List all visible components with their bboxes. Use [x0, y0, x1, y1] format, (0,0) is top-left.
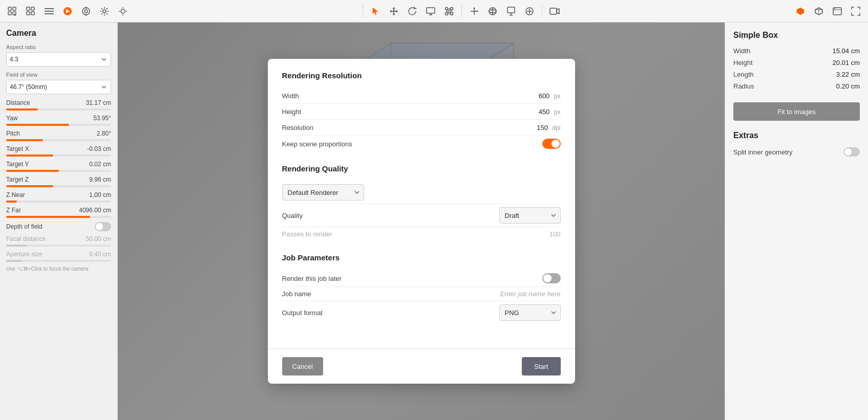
top-toolbar [0, 0, 868, 23]
z-far-slider[interactable] [6, 216, 111, 218]
svg-rect-0 [8, 7, 11, 10]
pitch-slider[interactable] [6, 139, 111, 141]
grid-icon[interactable] [23, 3, 39, 19]
height-label: Height [282, 108, 302, 116]
svg-point-20 [121, 9, 125, 13]
distance-value: 31.17 cm [86, 99, 111, 106]
logo-icon[interactable] [59, 3, 76, 19]
z-far-label: Z Far [6, 207, 21, 214]
quality-row: Quality Draft Low Medium High [282, 204, 561, 227]
split-inner-toggle[interactable] [843, 147, 860, 157]
quality-select[interactable]: Draft Low Medium High [499, 207, 561, 224]
radius-prop-value: 0.20 cm [836, 82, 860, 90]
yaw-label: Yaw [6, 115, 17, 122]
target-z-slider[interactable] [6, 185, 111, 187]
length-prop-value: 3.22 cm [836, 71, 860, 78]
svg-rect-9 [31, 12, 34, 15]
cube-outline-icon[interactable] [811, 3, 827, 19]
fov-select[interactable]: 46.7° (50mm) [6, 80, 111, 94]
render-later-row: Render this job later [282, 270, 561, 287]
settings-icon[interactable] [96, 3, 113, 19]
extras-title: Extras [733, 131, 860, 140]
passes-value: 100 [549, 230, 561, 238]
height-prop-row: Height 20.01 cm [733, 59, 860, 67]
focal-distance-value: 50.00 cm [86, 235, 111, 242]
aspect-ratio-select[interactable]: 4:3 [6, 52, 111, 67]
rotate-tool[interactable] [404, 3, 420, 19]
yaw-slider[interactable] [6, 124, 111, 126]
right-panel: Simple Box Width 15.04 cm Height 20.01 c… [725, 23, 868, 420]
distance-label: Distance [6, 99, 30, 106]
job-section: Job Parameters Render this job later Job… [282, 253, 561, 324]
add-grid-icon[interactable] [4, 3, 20, 19]
start-button[interactable]: Start [522, 357, 560, 375]
expand-icon[interactable] [848, 3, 864, 19]
svg-point-30 [446, 12, 448, 15]
screen-tool[interactable] [422, 3, 439, 19]
aperture-label: Aperture size [6, 251, 43, 258]
render-later-label: Render this job later [282, 275, 342, 282]
render-later-toggle[interactable] [542, 273, 561, 283]
resolution-section: Rendering Resolution Width 600 px Height [282, 71, 561, 152]
cancel-button[interactable]: Cancel [282, 357, 323, 375]
width-prop-label: Width [733, 47, 750, 55]
fit-images-button[interactable]: Fit to images [733, 102, 860, 121]
width-value: 600 px [539, 91, 561, 100]
movie-tool[interactable] [546, 3, 563, 19]
z-near-slider[interactable] [6, 201, 111, 203]
cursor-tool[interactable] [367, 3, 384, 19]
renderer-select[interactable]: Default Renderer High Quality Fast Previ… [282, 184, 364, 201]
left-panel: Camera Aspect ratio 4:3 Field of view 46… [0, 23, 118, 420]
job-title: Job Parameters [282, 253, 561, 262]
svg-point-58 [834, 8, 835, 9]
quality-title: Rendering Quality [282, 164, 561, 173]
resolution-row: Resolution 150 dpi [282, 120, 561, 136]
modal-footer: Cancel Start [268, 348, 575, 384]
target-y-slider[interactable] [6, 170, 111, 172]
resolution-value-display: 150 dpi [537, 123, 560, 132]
svg-marker-39 [473, 7, 475, 9]
orbit-tool[interactable] [484, 3, 501, 19]
sun-icon[interactable] [115, 3, 131, 19]
keep-proportions-label: Keep scene proportions [282, 140, 352, 148]
nodes-tool[interactable] [441, 3, 457, 19]
target-icon[interactable] [78, 3, 94, 19]
svg-marker-51 [557, 9, 559, 14]
svg-point-46 [510, 15, 513, 16]
pitch-label: Pitch [6, 130, 20, 137]
move-tool[interactable] [386, 3, 402, 19]
target-y-value: 0.02 cm [89, 161, 111, 168]
menu-icon[interactable] [41, 3, 57, 19]
svg-rect-7 [31, 7, 34, 10]
distance-slider[interactable] [6, 108, 111, 110]
output-format-select[interactable]: PNG JPEG EXR TIFF [499, 304, 561, 321]
fov-label: Field of view [6, 72, 111, 78]
circle-cross-tool[interactable] [521, 3, 538, 19]
split-inner-row: Split inner geometry [733, 147, 860, 157]
aperture-slider [6, 260, 111, 262]
height-prop-label: Height [733, 59, 753, 67]
target-x-value: -0.03 cm [87, 145, 111, 152]
center-tools [133, 3, 790, 19]
aperture-value: 0.40 cm [89, 251, 111, 258]
target-x-slider[interactable] [6, 154, 111, 157]
width-label: Width [282, 92, 299, 100]
svg-point-32 [448, 10, 451, 12]
width-row: Width 600 px [282, 88, 561, 104]
paint-tool[interactable] [503, 3, 519, 19]
svg-rect-25 [427, 8, 435, 13]
quality-section: Rendering Quality Default Renderer High … [282, 164, 561, 241]
job-name-row: Job name Enter job name here [282, 287, 561, 301]
job-name-input[interactable]: Enter job name here [500, 290, 561, 298]
camera-hint: Use ⌥⌘+Click to focus the camera [6, 266, 111, 272]
svg-point-16 [84, 10, 88, 13]
depth-of-field-toggle[interactable] [95, 222, 111, 231]
target-z-value: 9.96 cm [89, 176, 111, 183]
target-y-label: Target Y [6, 161, 29, 168]
keep-proportions-toggle[interactable] [542, 139, 561, 149]
cube-orange-icon[interactable] [792, 3, 809, 19]
axis-tool[interactable] [466, 3, 482, 19]
window-icon[interactable] [829, 3, 845, 19]
keep-proportions-row: Keep scene proportions [282, 136, 561, 152]
svg-point-28 [446, 7, 448, 10]
